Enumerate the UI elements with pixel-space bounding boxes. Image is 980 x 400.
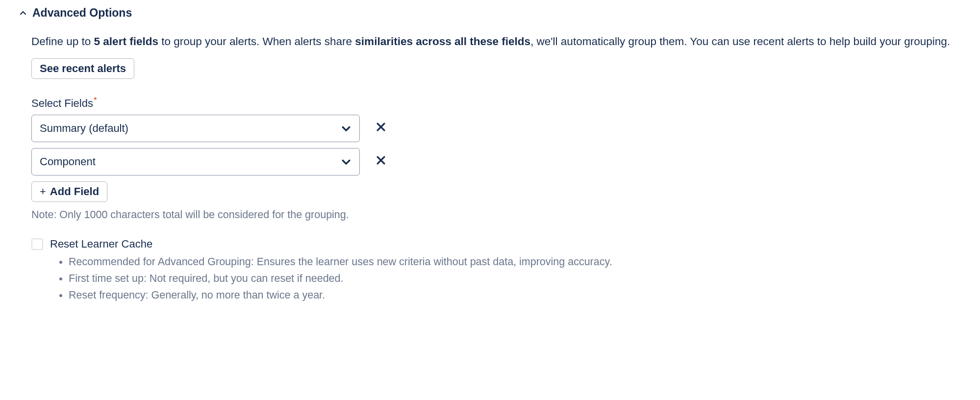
desc-part2: to group your alerts. When alerts share [158, 35, 355, 48]
field-select-component[interactable]: Component [31, 148, 360, 175]
field-select-value: Component [40, 155, 96, 168]
desc-bold1: 5 alert fields [94, 35, 158, 48]
chevron-down-icon [341, 123, 352, 134]
desc-part3: , we'll automatically group them. You ca… [530, 35, 950, 48]
chevron-up-icon [19, 9, 27, 18]
reset-learner-row: Reset Learner Cache [31, 238, 980, 250]
see-recent-alerts-label: See recent alerts [40, 63, 126, 74]
desc-bold2: similarities across all these fields [355, 35, 530, 48]
chevron-down-icon [341, 156, 352, 167]
field-row: Summary (default) [31, 115, 980, 142]
desc-part1: Define up to [31, 35, 94, 48]
close-icon [376, 122, 386, 135]
required-asterisk: * [94, 96, 97, 105]
field-select-value: Summary (default) [40, 122, 128, 135]
remove-field-button[interactable] [374, 121, 388, 136]
field-row: Component [31, 148, 980, 175]
reset-info-list: Recommended for Advanced Grouping: Ensur… [57, 254, 980, 302]
advanced-options-container: Advanced Options Define up to 5 alert fi… [0, 0, 980, 302]
list-item: Reset frequency: Generally, no more than… [69, 288, 980, 302]
section-header[interactable]: Advanced Options [19, 6, 980, 20]
reset-learner-label: Reset Learner Cache [50, 238, 152, 250]
remove-field-button[interactable] [374, 154, 388, 169]
select-fields-label: Select Fields* [31, 96, 980, 110]
plus-icon: + [40, 186, 46, 197]
add-field-label: Add Field [50, 186, 99, 197]
description-text: Define up to 5 alert fields to group you… [31, 33, 963, 50]
select-fields-label-text: Select Fields [31, 97, 93, 109]
close-icon [376, 155, 386, 169]
list-item: Recommended for Advanced Grouping: Ensur… [69, 254, 980, 269]
fields-note: Note: Only 1000 characters total will be… [31, 209, 980, 221]
reset-learner-checkbox[interactable] [31, 238, 43, 250]
add-field-button[interactable]: + Add Field [31, 181, 107, 202]
field-select-summary[interactable]: Summary (default) [31, 115, 360, 142]
see-recent-alerts-button[interactable]: See recent alerts [31, 58, 134, 79]
section-title: Advanced Options [32, 6, 132, 20]
list-item: First time set up: Not required, but you… [69, 271, 980, 286]
